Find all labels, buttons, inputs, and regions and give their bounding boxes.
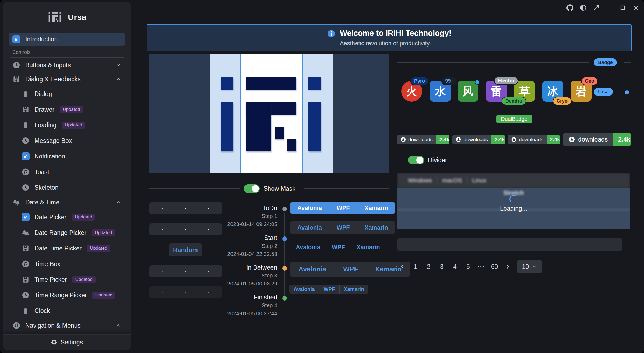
button-group-5: AvaloniaWPFXamarin	[289, 285, 368, 294]
sidebar-group-label: Controls	[9, 47, 125, 57]
pagination-page-5[interactable]: 5	[463, 262, 473, 272]
sidebar-item-label: Time Picker	[34, 276, 67, 283]
button-wpf[interactable]: WPF	[335, 262, 367, 277]
button-group-3: AvaloniaWPFXamarin	[290, 243, 386, 252]
element-icon-geo[interactable]: 岩Geo	[571, 81, 592, 102]
button-xamarin[interactable]: Xamarin	[357, 221, 395, 234]
pagination-prev-button[interactable]	[397, 262, 407, 272]
sidebar-item-drawer[interactable]: DrawerUpdated	[9, 102, 125, 117]
element-icon-99+[interactable]: 水99+	[430, 81, 451, 102]
button-wpf[interactable]: WPF	[319, 285, 339, 294]
button-wpf[interactable]: WPF	[329, 202, 357, 214]
element-icon-pyro[interactable]: 火Pyro	[401, 81, 422, 102]
fullscreen-button[interactable]	[593, 4, 600, 12]
pagination-page-4[interactable]: 4	[450, 262, 460, 272]
downloads-count: 2.4k	[547, 135, 560, 144]
badge-divider: Badge	[397, 58, 631, 67]
button-group-4: AvaloniaWPFXamarin	[290, 262, 410, 277]
sidebar-item-date-time[interactable]: Date & Time	[9, 195, 125, 209]
element-char: 水	[435, 84, 446, 99]
minimize-button[interactable]	[606, 4, 613, 12]
logo-pixel	[221, 77, 233, 90]
close-button[interactable]	[632, 4, 640, 12]
time-box-dot	[185, 229, 186, 230]
sidebar-item-time-picker[interactable]: Time PickerUpdated	[9, 272, 125, 287]
logo-pixel	[308, 102, 321, 151]
badge-pyro: Pyro	[410, 77, 429, 85]
element-icon-dendro[interactable]: 草Dendro	[514, 81, 535, 102]
sidebar-item-time-box[interactable]: Time Box	[9, 256, 125, 272]
button-avalonia[interactable]: Avalonia	[289, 285, 319, 294]
sidebar-item-notification[interactable]: Notification	[9, 149, 125, 164]
sidebar-item-buttons-inputs[interactable]: Buttons & Inputs	[9, 58, 125, 72]
sidebar-item-date-picker[interactable]: Date PickerUpdated	[9, 209, 125, 225]
show-mask-toggle[interactable]	[244, 184, 260, 193]
chevron-down-icon	[532, 264, 537, 269]
loading-spinner-icon	[509, 195, 518, 203]
updated-badge: Updated	[62, 122, 85, 129]
settings-button[interactable]: Settings	[3, 334, 131, 350]
sidebar-item-skeleton[interactable]: Skeleton	[9, 180, 125, 195]
sidebar-item-label: Introduction	[25, 36, 58, 43]
downloads-badge-4[interactable]: downloads2.4k	[563, 133, 631, 146]
tab-macos[interactable]: macOS	[437, 177, 467, 184]
tab-windows[interactable]: Windows	[403, 177, 437, 184]
time-box-dot	[208, 292, 209, 293]
sidebar-item-dialog[interactable]: Dialog	[9, 86, 125, 102]
steps-connector-line	[284, 213, 285, 298]
text-input[interactable]	[397, 238, 622, 251]
button-avalonia[interactable]: Avalonia	[290, 243, 326, 252]
divider-line	[455, 160, 631, 160]
sidebar-item-toast[interactable]: Toast	[9, 164, 125, 180]
clock-icon	[22, 291, 30, 299]
time-box-dot	[162, 271, 163, 272]
theme-button[interactable]	[580, 4, 587, 12]
button-xamarin[interactable]: Xamarin	[339, 285, 368, 294]
button-wpf[interactable]: WPF	[326, 243, 351, 252]
sidebar-item-date-time-picker[interactable]: Date Time PickerUpdated	[9, 241, 125, 256]
button-avalonia[interactable]: Avalonia	[290, 262, 335, 277]
sidebar-item-navigation-menus[interactable]: Navigation & Menus	[9, 319, 125, 333]
sidebar-item-loading[interactable]: LoadingUpdated	[9, 117, 125, 133]
pagination-page-2[interactable]: 2	[424, 262, 434, 272]
downloads-label: downloads	[578, 136, 608, 143]
button-xamarin[interactable]: Xamarin	[357, 202, 395, 214]
sidebar-item-label: Time Box	[34, 260, 60, 268]
sidebar-item-clock[interactable]: Clock	[9, 303, 125, 319]
page-size-select[interactable]: 10	[517, 260, 542, 273]
element-icon-dot[interactable]: 风	[458, 81, 478, 102]
downloads-badge-3[interactable]: downloads2.4k	[508, 135, 560, 144]
sidebar-item-introduction[interactable]: Introduction	[9, 33, 125, 46]
maximize-button[interactable]	[619, 4, 627, 12]
github-button[interactable]	[566, 4, 574, 12]
downloads-badges-row: downloads2.4kdownloads2.4kdownloads2.4kd…	[397, 133, 631, 146]
step-label: Step 2	[178, 242, 277, 250]
music-icon	[12, 322, 20, 330]
theme-toggle-icon	[580, 4, 587, 12]
sidebar-item-time-range-picker[interactable]: Time Range PickerUpdated	[9, 287, 125, 303]
element-char: 岩	[576, 84, 586, 99]
pagination-page-1[interactable]: 1	[410, 262, 420, 272]
clock-icon	[22, 137, 30, 145]
element-icon-cryo[interactable]: 冰Cryo	[542, 81, 563, 102]
sidebar-item-label: Date & Time	[25, 199, 59, 206]
button-avalonia[interactable]: Avalonia	[290, 202, 329, 214]
button-wpf[interactable]: WPF	[329, 221, 357, 234]
button-xamarin[interactable]: Xamarin	[351, 243, 386, 252]
sidebar-item-date-range-picker[interactable]: Date Range PickerUpdated	[9, 225, 125, 241]
pagination-page-3[interactable]: 3	[437, 262, 447, 272]
step-name: Start	[178, 234, 277, 242]
pagination-page-60[interactable]: 60	[490, 262, 499, 272]
pagination: 12345···6010	[397, 259, 631, 274]
sidebar-item-dialog-feedbacks[interactable]: Dialog & Feedbacks	[9, 72, 125, 86]
sidebar-item-message-box[interactable]: Message Box	[9, 133, 125, 149]
button-avalonia[interactable]: Avalonia	[290, 221, 329, 234]
banner-title: Welcome to IRIHI Technology!	[340, 29, 452, 38]
divider-toggle[interactable]	[408, 156, 424, 164]
downloads-badge-1[interactable]: downloads2.4k	[397, 135, 449, 144]
downloads-badge-2[interactable]: downloads2.4k	[452, 135, 505, 144]
divider-line	[397, 160, 404, 160]
pagination-next-button[interactable]	[503, 262, 513, 272]
tab-linux[interactable]: Linux	[467, 177, 491, 184]
updated-badge: Updated	[92, 292, 115, 299]
